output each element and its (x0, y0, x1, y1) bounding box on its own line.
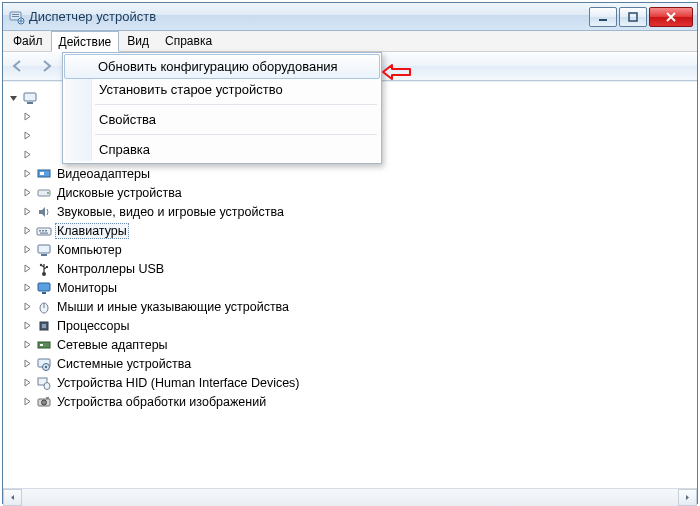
expander-closed-icon[interactable] (21, 282, 33, 294)
expander-closed-icon[interactable] (21, 168, 33, 180)
tree-item-processors[interactable]: Процессоры (21, 316, 693, 335)
svg-rect-30 (38, 342, 50, 348)
svg-point-34 (45, 365, 47, 367)
expander-closed-icon[interactable] (21, 244, 33, 256)
device-category-icon (36, 147, 52, 163)
app-icon (9, 9, 25, 25)
expander-closed-icon[interactable] (21, 339, 33, 351)
titlebar: Диспетчер устройств (3, 3, 697, 31)
scroll-right-button[interactable] (678, 489, 697, 506)
tree-item-usb-controllers[interactable]: Контроллеры USB (21, 259, 693, 278)
device-category-icon (36, 128, 52, 144)
hid-icon (36, 375, 52, 391)
tree-item-imaging-devices[interactable]: Устройства обработки изображений (21, 392, 693, 411)
tree-item-hid[interactable]: Устройства HID (Human Interface Devices) (21, 373, 693, 392)
menubar: Файл Действие Вид Справка (3, 31, 697, 52)
expander-closed-icon[interactable] (21, 187, 33, 199)
mouse-icon (36, 299, 52, 315)
back-button[interactable] (5, 54, 31, 78)
expander-closed-icon[interactable] (21, 225, 33, 237)
horizontal-scrollbar[interactable] (3, 488, 697, 506)
computer-icon (22, 90, 38, 106)
tree-item-display-adapters[interactable]: Видеоадаптеры (21, 164, 693, 183)
menu-view[interactable]: Вид (119, 31, 157, 51)
scroll-left-button[interactable] (3, 489, 22, 506)
computer-icon (36, 242, 52, 258)
expander-closed-icon[interactable] (21, 396, 33, 408)
scroll-track[interactable] (22, 490, 678, 505)
maximize-button[interactable] (619, 7, 647, 27)
svg-rect-1 (12, 14, 19, 15)
menu-item-properties[interactable]: Свойства (65, 108, 379, 131)
svg-rect-25 (42, 292, 46, 294)
window-title: Диспетчер устройств (29, 9, 589, 24)
tree-item-label: Устройства HID (Human Interface Devices) (55, 376, 302, 390)
tree-item-label: Мониторы (55, 281, 119, 295)
expander-closed-icon[interactable] (21, 301, 33, 313)
tree-item-label: Дисковые устройства (55, 186, 184, 200)
imaging-icon (36, 394, 52, 410)
svg-point-38 (42, 400, 47, 405)
tree-item-label: Устройства обработки изображений (55, 395, 268, 409)
sound-icon (36, 204, 52, 220)
menu-file[interactable]: Файл (5, 31, 51, 51)
usb-icon (36, 261, 52, 277)
caption-buttons (589, 7, 693, 27)
minimize-button[interactable] (589, 7, 617, 27)
expander-closed-icon[interactable] (21, 320, 33, 332)
tree-item-label: Сетевые адаптеры (55, 338, 170, 352)
svg-rect-24 (38, 283, 50, 291)
tree-item-label: Контроллеры USB (55, 262, 166, 276)
svg-rect-15 (39, 230, 41, 232)
expander-closed-icon[interactable] (21, 111, 33, 123)
tree-item-label: Видеоадаптеры (55, 167, 152, 181)
expander-closed-icon[interactable] (21, 206, 33, 218)
svg-rect-9 (27, 102, 33, 104)
monitor-icon (36, 280, 52, 296)
tree-item-disk-drives[interactable]: Дисковые устройства (21, 183, 693, 202)
expander-closed-icon[interactable] (21, 358, 33, 370)
close-button[interactable] (649, 7, 693, 27)
expander-closed-icon[interactable] (21, 130, 33, 142)
svg-rect-5 (629, 13, 637, 21)
menu-action[interactable]: Действие (51, 31, 120, 52)
svg-rect-18 (40, 232, 48, 233)
menu-item-scan-hardware[interactable]: Обновить конфигурацию оборудования (64, 54, 380, 79)
expander-closed-icon[interactable] (21, 149, 33, 161)
tree-item-system-devices[interactable]: Системные устройства (21, 354, 693, 373)
tree-item-computer[interactable]: Компьютер (21, 240, 693, 259)
forward-button[interactable] (33, 54, 59, 78)
menu-item-add-legacy[interactable]: Установить старое устройство (65, 78, 379, 101)
svg-rect-29 (42, 324, 46, 328)
expander-closed-icon[interactable] (21, 377, 33, 389)
svg-rect-11 (40, 172, 44, 175)
svg-rect-17 (45, 230, 47, 232)
tree-item-keyboards[interactable]: Клавиатуры (21, 221, 693, 240)
svg-rect-4 (599, 19, 607, 21)
tree-item-sound-video-game[interactable]: Звуковые, видео и игровые устройства (21, 202, 693, 221)
svg-rect-39 (46, 397, 49, 399)
expander-closed-icon[interactable] (21, 263, 33, 275)
svg-point-13 (47, 192, 49, 194)
svg-rect-19 (38, 245, 50, 253)
system-device-icon (36, 356, 52, 372)
svg-point-36 (44, 382, 50, 389)
display-adapter-icon (36, 166, 52, 182)
expander-open-icon[interactable] (7, 92, 19, 104)
tree-item-network-adapters[interactable]: Сетевые адаптеры (21, 335, 693, 354)
dropdown-separator (95, 134, 377, 135)
device-category-icon (36, 109, 52, 125)
cpu-icon (36, 318, 52, 334)
disk-drive-icon (36, 185, 52, 201)
menu-help[interactable]: Справка (157, 31, 220, 51)
menu-item-help[interactable]: Справка (65, 138, 379, 161)
svg-rect-8 (24, 93, 36, 101)
tree-item-label: Клавиатуры (55, 223, 129, 239)
svg-rect-20 (41, 254, 47, 256)
svg-rect-23 (46, 266, 48, 268)
tree-item-monitors[interactable]: Мониторы (21, 278, 693, 297)
dropdown-separator (95, 104, 377, 105)
tree-item-mice[interactable]: Мыши и иные указывающие устройства (21, 297, 693, 316)
tree-item-label: Мыши и иные указывающие устройства (55, 300, 291, 314)
device-manager-window: Диспетчер устройств Файл Действие Вид Сп… (2, 2, 698, 504)
